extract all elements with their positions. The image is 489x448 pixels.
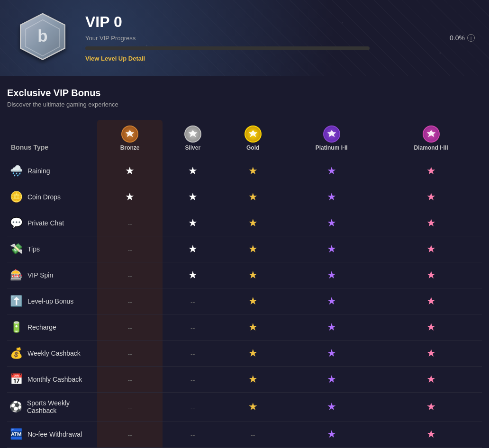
bonus-label-text: Coin Drops — [27, 193, 61, 201]
section-title: Exclusive VIP Bonus — [7, 88, 482, 99]
tier-cell-0: ★ — [97, 184, 163, 210]
tier-cell-2: ★ — [223, 184, 283, 210]
svg-text:b: b — [37, 27, 47, 45]
bonus-label-cell: ⬆️ Level-up Bonus — [7, 288, 97, 314]
bonus-icon: 🎰 — [9, 269, 23, 281]
tier-cell-0: -- — [97, 393, 163, 421]
silver-badge-icon — [184, 125, 201, 143]
tier-cell-2: ★ — [223, 288, 283, 314]
tier-cell-2: ★ — [223, 262, 283, 288]
tier-cell-0: -- — [97, 421, 163, 448]
vip-header: b VIP 0 Your VIP Progress View Level Up … — [0, 0, 489, 76]
tier-cell-3: ★ — [283, 184, 380, 210]
bonus-icon: 💸 — [9, 243, 23, 255]
percent-value: 0.0% — [450, 34, 465, 42]
tier-cell-4: ★ — [380, 210, 482, 236]
tier-cell-4: ★ — [380, 314, 482, 340]
bonus-row-label: 💸 Tips — [9, 243, 93, 255]
tier-cell-1: -- — [163, 288, 223, 314]
bonus-label-text: Level-up Bonus — [27, 297, 73, 305]
bonus-row-label: 🪙 Coin Drops — [9, 191, 93, 203]
tier-cell-0: ★ — [97, 158, 163, 184]
bonus-icon: 💰 — [9, 347, 23, 359]
tier-header-bronze: Bronze — [97, 120, 163, 158]
bonus-icon: 💬 — [9, 217, 23, 229]
bonus-icon: 🪙 — [9, 191, 23, 203]
tier-cell-1: -- — [163, 421, 223, 448]
bonus-label-cell: ⚽ Sports Weekly Cashback — [7, 393, 97, 421]
tier-cell-1: -- — [163, 393, 223, 421]
vip-percent-display: 0.0% i — [450, 34, 475, 42]
tier-header-platinum: Platinum I-II — [283, 120, 380, 158]
tier-cell-3: ★ — [283, 393, 380, 421]
tier-cell-4: ★ — [380, 184, 482, 210]
bonus-label-cell: 🌧️ Raining — [7, 158, 97, 184]
bronze-badge-icon — [121, 125, 138, 143]
diamond-badge-icon — [423, 125, 440, 143]
tier-cell-4: ★ — [380, 288, 482, 314]
vip-badge: b — [14, 9, 71, 66]
tier-cell-0: -- — [97, 262, 163, 288]
bonus-row-label: 🎰 VIP Spin — [9, 269, 93, 281]
tier-header-diamond: Diamond I-III — [380, 120, 482, 158]
tier-cell-1: ★ — [163, 184, 223, 210]
tier-cell-3: ★ — [283, 314, 380, 340]
tier-cell-4: ★ — [380, 367, 482, 393]
tier-header-gold: Gold — [223, 120, 283, 158]
tier-cell-1: -- — [163, 340, 223, 367]
bonus-row-label: 🏧 No-fee Withdrawal — [9, 428, 93, 440]
svg-marker-7 — [426, 130, 435, 137]
table-row: 💬 Private Chat --★★★★ — [7, 210, 482, 236]
bonus-icon: ⚽ — [9, 401, 22, 413]
tier-cell-3: ★ — [283, 236, 380, 262]
bonus-row-label: 🌧️ Raining — [9, 165, 93, 177]
tier-cell-2: -- — [223, 421, 283, 448]
tier-cell-0: -- — [97, 288, 163, 314]
bonus-label-text: Sports Weekly Cashback — [27, 399, 93, 414]
bonus-type-header: Bonus Type — [7, 120, 97, 158]
platinum-badge-icon — [323, 125, 340, 143]
tier-cell-4: ★ — [380, 421, 482, 448]
tier-cell-3: ★ — [283, 340, 380, 367]
bonus-icon: 📅 — [9, 373, 23, 385]
bonus-label-text: Recharge — [27, 323, 56, 331]
gold-tier-name: Gold — [226, 144, 279, 151]
progress-bar-container — [85, 46, 370, 50]
platinum-tier-name: Platinum I-II — [287, 144, 376, 151]
tier-cell-1: ★ — [163, 236, 223, 262]
tier-cell-1: ★ — [163, 210, 223, 236]
bonus-label-cell: 🏧 No-fee Withdrawal — [7, 421, 97, 448]
tier-cell-1: -- — [163, 367, 223, 393]
table-row: 💰 Weekly Cashback ----★★★ — [7, 340, 482, 367]
tier-cell-2: ★ — [223, 210, 283, 236]
bonus-icon: 🌧️ — [9, 165, 23, 177]
info-icon[interactable]: i — [467, 34, 475, 42]
tier-cell-2: ★ — [223, 236, 283, 262]
tier-cell-2: ★ — [223, 158, 283, 184]
tier-cell-2: ★ — [223, 367, 283, 393]
bonus-label-cell: 💰 Weekly Cashback — [7, 340, 97, 367]
tier-cell-3: ★ — [283, 158, 380, 184]
vip-level-link[interactable]: View Level Up Detail — [85, 55, 145, 62]
bonus-row-label: ⬆️ Level-up Bonus — [9, 295, 93, 307]
bonus-label-text: Monthly Cashback — [27, 376, 82, 383]
table-row: 🏧 No-fee Withdrawal ------★★ — [7, 421, 482, 448]
tier-cell-3: ★ — [283, 210, 380, 236]
bonus-label-text: VIP Spin — [27, 271, 53, 279]
tier-header-silver: Silver — [163, 120, 223, 158]
main-content: Exclusive VIP Bonus Discover the ultimat… — [0, 76, 489, 448]
tier-cell-4: ★ — [380, 236, 482, 262]
tier-cell-4: ★ — [380, 158, 482, 184]
tier-cell-0: -- — [97, 236, 163, 262]
bonus-row-label: 🔋 Recharge — [9, 321, 93, 333]
bonus-label-text: Private Chat — [27, 219, 64, 227]
bonus-label-cell: 🎰 VIP Spin — [7, 262, 97, 288]
bonus-icon: ⬆️ — [9, 295, 23, 307]
tier-cell-0: -- — [97, 367, 163, 393]
bonus-label-cell: 📅 Monthly Cashback — [7, 367, 97, 393]
gold-badge-icon — [244, 125, 262, 143]
bonus-label-cell: 🪙 Coin Drops — [7, 184, 97, 210]
tier-cell-0: -- — [97, 210, 163, 236]
table-row: ⚽ Sports Weekly Cashback ----★★★ — [7, 393, 482, 421]
tier-cell-3: ★ — [283, 288, 380, 314]
